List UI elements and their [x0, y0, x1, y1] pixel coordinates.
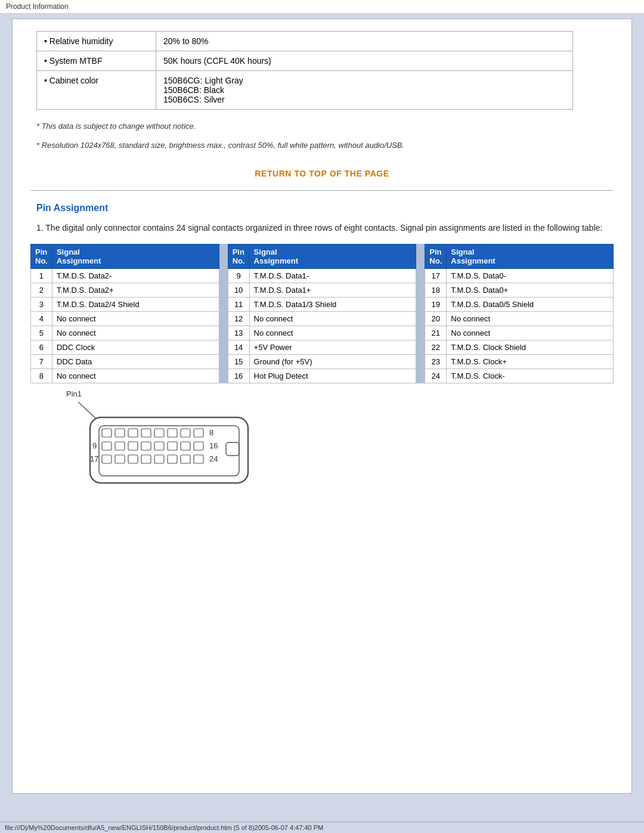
footnote2: * Resolution 1024x768, standard size, br… [36, 140, 608, 151]
pin-3-num-1: 18 [425, 283, 447, 298]
return-link[interactable]: RETURN TO TOP OF THE PAGE [255, 169, 389, 178]
pin-1-num-4: 5 [31, 326, 52, 340]
pin-table-3-pin-header: PinNo. [425, 244, 447, 269]
pin-3-signal-6: T.M.D.S. Clock+ [447, 355, 614, 369]
pin-1-num-2: 3 [31, 298, 52, 312]
pin-1-signal-3: No connect [52, 312, 219, 326]
pin-2-signal-1: T.M.D.S. Data1+ [249, 283, 416, 298]
pin-3-signal-1: T.M.D.S. Data0+ [447, 283, 614, 298]
connector-diagram: Pin1 [66, 389, 608, 498]
spec-value-1: 50K hours (CCFL 40K hours) [156, 51, 573, 71]
svg-rect-25 [181, 455, 190, 463]
spec-label-1: • System MTBF [37, 51, 156, 71]
svg-rect-26 [194, 455, 203, 463]
pin-3-num-2: 19 [425, 298, 447, 312]
svg-rect-10 [194, 429, 203, 437]
pin-2-signal-3: No connect [249, 312, 416, 326]
svg-rect-4 [115, 429, 125, 437]
top-bar-label: Product Information [6, 2, 69, 11]
svg-rect-32 [226, 442, 239, 456]
pin-1-signal-7: No connect [52, 369, 219, 383]
specs-table: • Relative humidity20% to 80%• System MT… [36, 31, 573, 110]
pin-3-num-5: 22 [425, 340, 447, 355]
pin-table-2-signal-header: SignalAssignment [249, 244, 416, 269]
spec-value-2: 150B6CG: Light Gray150B6CB: Black150B6CS… [156, 71, 573, 110]
pin-1-signal-5: DDC Clock [52, 340, 219, 355]
pin-assignment-desc: 1. The digital only connector contains 2… [36, 222, 608, 234]
pin-3-num-6: 23 [425, 355, 447, 369]
pin-2-num-1: 10 [228, 283, 249, 298]
pin-table-3-cell: PinNo. SignalAssignment 17T.M.D.S. Data0… [425, 244, 614, 383]
svg-rect-7 [154, 429, 164, 437]
pin-table-3: PinNo. SignalAssignment 17T.M.D.S. Data0… [425, 244, 614, 383]
pin-table-1-cell: PinNo. SignalAssignment 1T.M.D.S. Data2-… [30, 244, 219, 383]
pin-2-num-6: 15 [228, 355, 249, 369]
svg-text:8: 8 [209, 428, 213, 437]
pin-1-num-1: 2 [31, 283, 52, 298]
status-bar: file:///D|/My%20Documents/dfu/A5_new/ENG… [0, 822, 644, 833]
pin-1-num-7: 8 [31, 369, 52, 383]
pin-2-signal-7: Hot Plug Detect [249, 369, 416, 383]
pin-1-num-5: 6 [31, 340, 52, 355]
svg-rect-22 [141, 455, 151, 463]
pin-table-2: PinNo. SignalAssignment 9T.M.D.S. Data1-… [228, 244, 417, 383]
svg-text:24: 24 [209, 454, 218, 463]
status-bar-text: file:///D|/My%20Documents/dfu/A5_new/ENG… [5, 824, 323, 831]
pin-3-signal-5: T.M.D.S. Clock Shield [447, 340, 614, 355]
pin-1-signal-2: T.M.D.S. Data2/4 Shield [52, 298, 219, 312]
svg-rect-17 [181, 442, 190, 450]
pin-3-num-3: 20 [425, 312, 447, 326]
pin-3-num-0: 17 [425, 269, 447, 283]
return-link-container: RETURN TO TOP OF THE PAGE [30, 169, 614, 178]
svg-rect-24 [168, 455, 177, 463]
pin-2-num-7: 16 [228, 369, 249, 383]
pin-2-num-4: 13 [228, 326, 249, 340]
connector-svg: 8 16 24 9 17 [66, 401, 263, 496]
pin1-label: Pin1 [66, 389, 608, 398]
main-content: • Relative humidity20% to 80%• System MT… [12, 18, 632, 794]
svg-rect-2 [99, 426, 239, 476]
pin-1-signal-6: DDC Data [52, 355, 219, 369]
pin-3-signal-0: T.M.D.S. Data0- [447, 269, 614, 283]
svg-rect-14 [141, 442, 151, 450]
pin-1-signal-4: No connect [52, 326, 219, 340]
pin-2-signal-4: No connect [249, 326, 416, 340]
svg-rect-18 [194, 442, 203, 450]
svg-rect-12 [115, 442, 125, 450]
pin-1-signal-0: T.M.D.S. Data2- [52, 269, 219, 283]
svg-rect-23 [154, 455, 164, 463]
svg-rect-5 [128, 429, 138, 437]
pin-table-2-cell: PinNo. SignalAssignment 9T.M.D.S. Data1-… [228, 244, 417, 383]
pin-table-2-pin-header: PinNo. [228, 244, 249, 269]
svg-rect-8 [168, 429, 177, 437]
pin-table-3-signal-header: SignalAssignment [447, 244, 614, 269]
pin-1-signal-1: T.M.D.S. Data2+ [52, 283, 219, 298]
footnote1: * This data is subject to change without… [36, 120, 608, 132]
pin-3-signal-4: No connect [447, 326, 614, 340]
pin-1-num-6: 7 [31, 355, 52, 369]
pin-table-1-pin-header: PinNo. [31, 244, 52, 269]
divider-1 [219, 244, 228, 383]
pin-2-num-0: 9 [228, 269, 249, 283]
divider-2 [416, 244, 425, 383]
svg-rect-6 [141, 429, 151, 437]
svg-text:16: 16 [209, 441, 218, 450]
svg-rect-11 [102, 442, 112, 450]
pin-2-signal-6: Ground (for +5V) [249, 355, 416, 369]
pin-2-signal-5: +5V Power [249, 340, 416, 355]
svg-rect-15 [154, 442, 164, 450]
pin-table-1: PinNo. SignalAssignment 1T.M.D.S. Data2-… [30, 244, 219, 383]
svg-rect-9 [181, 429, 190, 437]
pin-2-num-3: 12 [228, 312, 249, 326]
top-bar: Product Information [0, 0, 644, 14]
svg-rect-21 [128, 455, 138, 463]
svg-rect-3 [102, 429, 112, 437]
svg-rect-20 [115, 455, 125, 463]
pin-1-num-0: 1 [31, 269, 52, 283]
svg-text:17: 17 [90, 454, 98, 463]
svg-line-0 [78, 402, 96, 419]
pin-3-signal-3: No connect [447, 312, 614, 326]
pin-3-num-4: 21 [425, 326, 447, 340]
pin-tables: PinNo. SignalAssignment 1T.M.D.S. Data2-… [30, 244, 614, 383]
pin-2-num-5: 14 [228, 340, 249, 355]
